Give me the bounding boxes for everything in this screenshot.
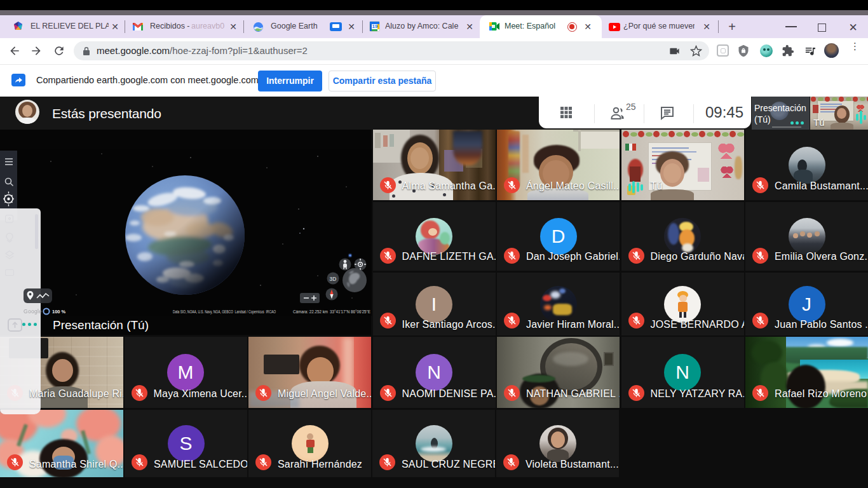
svg-text:100 %: 100 % xyxy=(52,309,66,315)
svg-text:Cámara: 22.252 km: Cámara: 22.252 km xyxy=(293,309,328,314)
svg-text:3D: 3D xyxy=(330,276,337,282)
svg-text:33°41'17"N 86°06'25"E: 33°41'17"N 86°06'25"E xyxy=(330,309,370,314)
svg-text:Data SIO, NOAA, U.S. Navy, NGA: Data SIO, NOAA, U.S. Navy, NGA, GEBCO La… xyxy=(173,309,276,315)
